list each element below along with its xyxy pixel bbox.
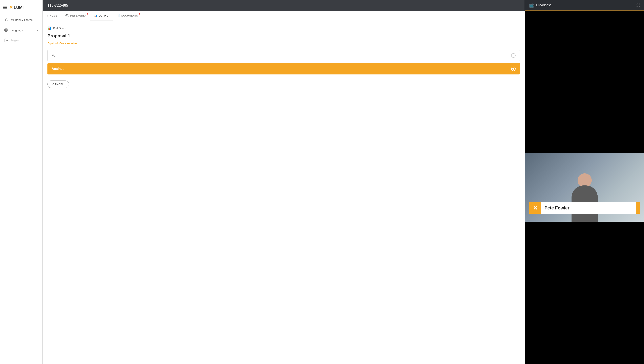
tab-voting-label: VOTING bbox=[99, 14, 109, 17]
tab-bar: ⌂ HOME 💬 MESSAGING 📊 VOTING 📄 DOCUMENTS bbox=[43, 11, 525, 22]
vote-option-against[interactable]: Against bbox=[48, 63, 520, 74]
sidebar-navigation: Mr Bobby Thorpe Language ▾ bbox=[0, 15, 42, 46]
session-id: 116-722-465 bbox=[48, 4, 68, 8]
broadcast-title: Broadcast bbox=[536, 4, 551, 7]
tab-home-label: HOME bbox=[50, 14, 57, 17]
main-content: 116-722-465 ⌂ HOME 💬 MESSAGING 📊 VOTING bbox=[43, 0, 644, 364]
vote-for-label: For bbox=[52, 54, 57, 57]
vote-against-label: Against bbox=[52, 67, 64, 70]
logout-label: Log out bbox=[11, 39, 21, 42]
tab-messaging-label: MESSAGING bbox=[70, 14, 86, 17]
sidebar-item-user[interactable]: Mr Bobby Thorpe bbox=[0, 15, 42, 25]
tab-home[interactable]: ⌂ HOME bbox=[43, 11, 61, 21]
speaker-silhouette bbox=[571, 173, 598, 222]
language-label: Language bbox=[11, 29, 23, 32]
poll-icon: 📊 bbox=[48, 26, 52, 30]
tab-documents[interactable]: 📄 DOCUMENTS bbox=[113, 11, 142, 21]
svg-point-0 bbox=[6, 18, 7, 20]
tab-messaging[interactable]: 💬 MESSAGING bbox=[61, 11, 90, 21]
messaging-badge bbox=[87, 13, 88, 14]
video-top-black bbox=[525, 11, 644, 153]
tab-voting[interactable]: 📊 VOTING bbox=[90, 11, 113, 21]
voting-icon: 📊 bbox=[94, 14, 98, 17]
lumi-logo-text: LUMI bbox=[14, 5, 24, 10]
cancel-button[interactable]: CANCEL bbox=[48, 80, 69, 88]
language-left: Language bbox=[4, 28, 23, 32]
broadcast-header: 📺 Broadcast ⛶ bbox=[525, 0, 644, 11]
vote-option-for[interactable]: For bbox=[48, 50, 520, 61]
user-name: Mr Bobby Thorpe bbox=[11, 18, 33, 22]
video-bottom-black bbox=[525, 222, 644, 364]
logout-icon bbox=[4, 38, 9, 42]
documents-icon: 📄 bbox=[117, 14, 120, 17]
fullscreen-icon[interactable]: ⛶ bbox=[636, 3, 640, 8]
sidebar: ✕ LUMI Mr Bobby Thorpe bbox=[0, 0, 43, 364]
name-bar-x-icon: ✕ bbox=[533, 205, 538, 212]
sidebar-header: ✕ LUMI bbox=[0, 2, 42, 13]
name-bar-right-accent bbox=[636, 202, 640, 214]
messaging-icon: 💬 bbox=[66, 14, 69, 17]
hamburger-menu[interactable] bbox=[3, 6, 7, 9]
tab-documents-label: DOCUMENTS bbox=[121, 14, 138, 17]
radio-against bbox=[511, 66, 516, 71]
name-bar-accent: ✕ bbox=[529, 202, 541, 214]
lumi-x-icon: ✕ bbox=[9, 5, 13, 10]
video-middle: ✕ Pete Fowler bbox=[525, 153, 644, 222]
sidebar-item-logout[interactable]: Log out bbox=[0, 35, 42, 46]
lumi-logo: ✕ LUMI bbox=[9, 5, 24, 10]
cast-icon: 📺 bbox=[529, 3, 534, 8]
poll-status: 📊 Poll Open bbox=[48, 26, 520, 30]
speaker-name-bar: ✕ Pete Fowler bbox=[529, 202, 640, 214]
vote-status: Against - Vote received bbox=[48, 42, 520, 45]
broadcast-panel: 📺 Broadcast ⛶ bbox=[525, 0, 644, 364]
sidebar-item-language[interactable]: Language ▾ bbox=[0, 25, 42, 35]
voting-content: 📊 Poll Open Proposal 1 Against - Vote re… bbox=[43, 22, 525, 364]
user-icon bbox=[4, 18, 9, 22]
broadcast-header-left: 📺 Broadcast bbox=[529, 3, 551, 8]
documents-badge bbox=[139, 13, 140, 14]
proposal-title: Proposal 1 bbox=[48, 33, 520, 38]
chevron-down-icon: ▾ bbox=[37, 29, 38, 32]
panel-header: 116-722-465 bbox=[43, 0, 525, 11]
content-area: 116-722-465 ⌂ HOME 💬 MESSAGING 📊 VOTING bbox=[43, 0, 644, 364]
radio-for bbox=[511, 53, 516, 58]
speaker-name: Pete Fowler bbox=[541, 206, 636, 211]
globe-icon bbox=[4, 28, 8, 32]
broadcast-video-area: ✕ Pete Fowler bbox=[525, 11, 644, 364]
voting-panel: 116-722-465 ⌂ HOME 💬 MESSAGING 📊 VOTING bbox=[43, 0, 525, 364]
poll-status-label: Poll Open bbox=[53, 27, 66, 30]
speaker-image: ✕ Pete Fowler bbox=[525, 153, 644, 222]
home-icon: ⌂ bbox=[47, 14, 49, 17]
